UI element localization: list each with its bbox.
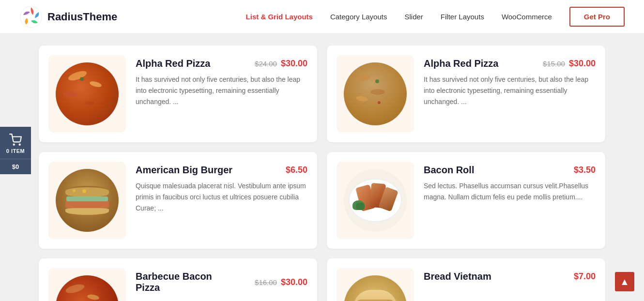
nav-category[interactable]: Category Layouts: [330, 13, 387, 21]
main-content: Alpha Red Pizza $24.00 $30.00 It has sur…: [0, 34, 644, 301]
svg-point-1: [14, 144, 15, 145]
logo-icon: [19, 5, 43, 29]
price-area: $15.00 $30.00: [543, 59, 596, 69]
product-info: Bacon Roll $3.50 Sed lectus. Phasellus a…: [424, 162, 596, 203]
svg-point-2: [19, 144, 20, 145]
price-new: $6.50: [286, 165, 307, 175]
product-image: [344, 275, 407, 301]
product-info: Barbecue BaconPizza $16.00 $30.00: [136, 268, 307, 298]
price-area: $24.00 $30.00: [255, 59, 307, 69]
product-name: Bread Vietnam: [424, 271, 491, 282]
product-description: It has survived not only five centuries,…: [424, 74, 596, 107]
get-pro-button[interactable]: Get Pro: [569, 7, 625, 27]
nav-slider[interactable]: Slider: [404, 13, 423, 21]
product-header: Barbecue BaconPizza $16.00 $30.00: [136, 271, 307, 293]
product-header: Bacon Roll $3.50: [424, 165, 596, 176]
product-info: American Big Burger $6.50 Quisque malesu…: [136, 162, 307, 214]
product-name: Barbecue BaconPizza: [136, 271, 212, 293]
product-image-wrap: [48, 162, 126, 239]
nav-woocommerce[interactable]: WooCommerce: [502, 13, 552, 21]
product-card: American Big Burger $6.50 Quisque malesu…: [39, 152, 317, 249]
product-info: Bread Vietnam $7.00: [424, 268, 596, 287]
product-info: Alpha Red Pizza $15.00 $30.00 It has sur…: [424, 55, 596, 107]
product-header: Bread Vietnam $7.00: [424, 271, 596, 282]
scroll-to-top-button[interactable]: ▲: [615, 272, 634, 291]
product-image: [56, 62, 119, 125]
product-image-wrap: [337, 268, 414, 301]
main-nav: List & Grid Layouts Category Layouts Sli…: [246, 7, 625, 27]
nav-filter[interactable]: Filter Layouts: [441, 13, 484, 21]
product-header: Alpha Red Pizza $15.00 $30.00: [424, 58, 596, 69]
nav-list-grid[interactable]: List & Grid Layouts: [246, 13, 313, 21]
cart-item-count: 0 ITEM: [6, 148, 25, 154]
cart-icon-box[interactable]: 0 ITEM: [0, 127, 31, 159]
product-card: Bacon Roll $3.50 Sed lectus. Phasellus a…: [327, 152, 605, 249]
cart-total[interactable]: $0: [0, 159, 31, 174]
product-name: Alpha Red Pizza: [424, 58, 498, 69]
product-description: Sed lectus. Phasellus accumsan cursus ve…: [424, 181, 596, 203]
product-image: [344, 169, 407, 232]
product-name: American Big Burger: [136, 165, 232, 176]
product-image-wrap: [337, 55, 414, 133]
price-area: $3.50: [574, 165, 596, 175]
product-card-partial: Barbecue BaconPizza $16.00 $30.00: [39, 258, 317, 301]
site-header: RadiusTheme List & Grid Layouts Category…: [0, 0, 644, 34]
price-old: $15.00: [543, 60, 565, 68]
product-description: Quisque malesuada placerat nisl. Vestibu…: [136, 181, 307, 214]
price-old: $24.00: [255, 60, 277, 68]
products-grid: Alpha Red Pizza $24.00 $30.00 It has sur…: [39, 45, 605, 249]
logo-area[interactable]: RadiusTheme: [19, 5, 117, 29]
product-image-wrap: [48, 55, 126, 133]
logo-text: RadiusTheme: [47, 11, 117, 23]
product-card: Alpha Red Pizza $15.00 $30.00 It has sur…: [327, 45, 605, 142]
price-area: $6.50: [286, 165, 307, 175]
product-name: Alpha Red Pizza: [136, 58, 210, 69]
price-new: $30.00: [281, 59, 307, 69]
product-image: [344, 62, 407, 125]
product-card: Alpha Red Pizza $24.00 $30.00 It has sur…: [39, 45, 317, 142]
price-new: $30.00: [281, 277, 307, 287]
price-new: $30.00: [569, 59, 596, 69]
partial-products-grid: Barbecue BaconPizza $16.00 $30.00 Bread …: [39, 258, 605, 301]
cart-sidebar: 0 ITEM $0: [0, 127, 31, 174]
product-name: Bacon Roll: [424, 165, 474, 176]
product-info: Alpha Red Pizza $24.00 $30.00 It has sur…: [136, 55, 307, 107]
price-area: $7.00: [574, 271, 596, 282]
price-old: $16.00: [255, 278, 277, 286]
product-header: American Big Burger $6.50: [136, 165, 307, 176]
cart-icon: [9, 134, 22, 146]
product-card-partial: Bread Vietnam $7.00: [327, 258, 605, 301]
price-new: $3.50: [574, 165, 596, 175]
price-area: $16.00 $30.00: [255, 277, 307, 287]
product-image-wrap: [337, 162, 414, 239]
product-image: [56, 169, 119, 232]
product-header: Alpha Red Pizza $24.00 $30.00: [136, 58, 307, 69]
product-image: [56, 275, 119, 301]
product-description: It has survived not only five centuries,…: [136, 74, 307, 107]
product-image-wrap: [48, 268, 126, 301]
price-new: $7.00: [574, 271, 596, 282]
